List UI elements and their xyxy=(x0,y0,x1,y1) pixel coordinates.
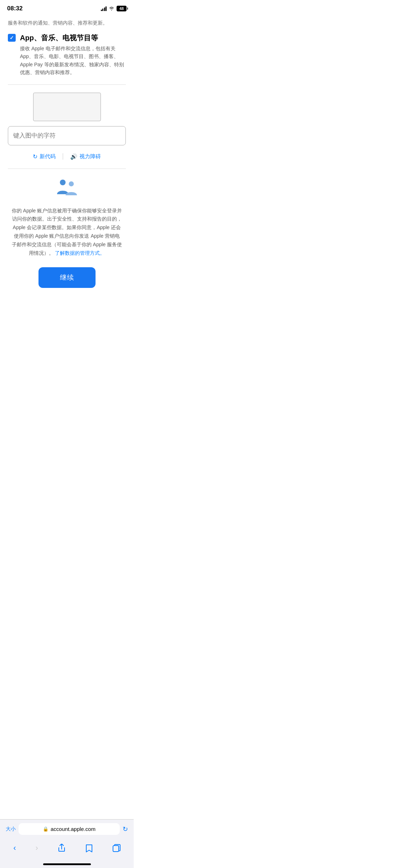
battery-icon: 48 xyxy=(117,6,127,11)
new-code-button[interactable]: ↻ 新代码 xyxy=(26,150,63,163)
status-time: 08:32 xyxy=(7,5,22,12)
signal-icon xyxy=(101,6,107,11)
accessibility-label: 视力障碍 xyxy=(79,153,101,160)
captcha-image xyxy=(33,93,101,121)
captcha-actions: ↻ 新代码 🔊 视力障碍 xyxy=(8,150,126,163)
section-divider-1 xyxy=(8,84,126,85)
continue-btn-wrapper: 继续 xyxy=(38,267,96,288)
captcha-input-wrapper[interactable] xyxy=(8,126,126,145)
svg-point-1 xyxy=(69,181,74,186)
status-bar: 08:32 48 xyxy=(0,0,134,16)
captcha-section: ↻ 新代码 🔊 视力障碍 xyxy=(8,93,126,163)
people-handshake-icon xyxy=(53,178,81,200)
main-content: 服务和软件的通知、营销内容、推荐和更新。 ✓ App、音乐、电视节目等 接收 A… xyxy=(0,16,134,299)
status-icons: 48 xyxy=(101,6,127,11)
checkmark-icon: ✓ xyxy=(10,35,14,41)
info-text: 你的 Apple 账户信息被用于确保你能够安全登录并访问你的数据。出于安全性、支… xyxy=(11,207,122,258)
app-music-checkbox[interactable]: ✓ xyxy=(8,34,16,42)
info-section: 你的 Apple 账户信息被用于确保你能够安全登录并访问你的数据。出于安全性、支… xyxy=(8,175,126,299)
speaker-icon: 🔊 xyxy=(70,153,77,160)
data-management-link[interactable]: 了解数据的管理方式。 xyxy=(55,250,105,256)
svg-point-0 xyxy=(60,180,66,185)
checkbox-description: 接收 Apple 电子邮件和交流信息，包括有关 App、音乐、电影、电视节目、图… xyxy=(20,45,126,77)
refresh-icon: ↻ xyxy=(33,153,37,160)
service-notice-text: 服务和软件的通知、营销内容、推荐和更新。 xyxy=(8,19,126,27)
checkbox-title: App、音乐、电视节目等 xyxy=(20,33,98,42)
continue-button[interactable]: 继续 xyxy=(38,267,96,288)
wifi-icon xyxy=(109,6,114,11)
section-divider-2 xyxy=(8,169,126,169)
captcha-input[interactable] xyxy=(13,132,120,139)
new-code-label: 新代码 xyxy=(40,153,56,160)
checkbox-row[interactable]: ✓ App、音乐、电视节目等 xyxy=(8,33,126,42)
people-icon-container xyxy=(53,178,81,201)
accessibility-button[interactable]: 🔊 视力障碍 xyxy=(63,150,108,163)
